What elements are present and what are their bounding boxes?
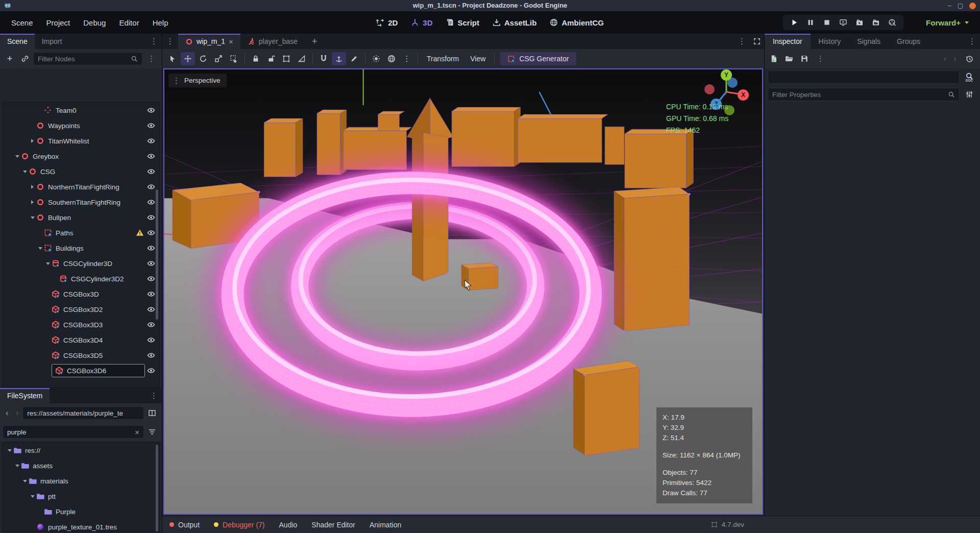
close-button[interactable] <box>969 3 976 9</box>
filter-properties-input[interactable]: Filter Properties <box>768 88 960 101</box>
visibility-eye-icon[interactable] <box>147 259 155 268</box>
preview-environment-button[interactable] <box>384 52 399 65</box>
pause-button[interactable] <box>803 16 818 29</box>
tab-history[interactable]: History <box>811 34 849 49</box>
scene-tabs-menu-icon[interactable]: ⋮ <box>162 37 178 46</box>
history-forward-button[interactable]: › <box>950 54 960 64</box>
perspective-button[interactable]: ⋮ Perspective <box>168 74 227 87</box>
save-resource-button[interactable] <box>797 52 812 65</box>
filter-nodes-input[interactable]: Filter Nodes <box>33 52 142 65</box>
rename-field[interactable]: CSGBox3D6 <box>52 364 145 377</box>
csg-generator-tab[interactable]: CSG Generator <box>500 52 576 65</box>
tab-filesystem[interactable]: FileSystem <box>0 388 50 403</box>
tree-node-csg[interactable]: CSG <box>3 164 159 179</box>
tree-node-csgbox3d3[interactable]: CSGBox3D3 <box>3 317 159 332</box>
scene-tree-menu-icon[interactable]: ⋮ <box>143 54 159 63</box>
scene-tab-player-base[interactable]: player_base <box>240 34 305 49</box>
play-button[interactable] <box>787 16 801 29</box>
inspector-menu-icon[interactable]: ⋮ <box>964 37 980 46</box>
local-space-button[interactable] <box>332 52 346 65</box>
preview-sun-button[interactable] <box>369 52 383 65</box>
visibility-eye-icon[interactable] <box>147 275 155 283</box>
visibility-eye-icon[interactable] <box>147 351 155 359</box>
load-resource-button[interactable] <box>782 52 796 65</box>
tree-node-buildings[interactable]: Buildings <box>3 240 159 256</box>
play-custom-scene-button[interactable] <box>869 16 883 29</box>
stop-button[interactable] <box>820 16 834 29</box>
chevron-down-icon[interactable] <box>38 247 42 250</box>
tree-node-csgcylinder3d[interactable]: CSGCylinder3D <box>3 256 159 271</box>
new-scene-tab-button[interactable]: + <box>305 34 325 49</box>
move-tool-button[interactable] <box>181 52 195 65</box>
visibility-eye-icon[interactable] <box>147 106 155 114</box>
paint-tool-button[interactable] <box>347 52 361 65</box>
chevron-right-icon[interactable] <box>31 139 34 143</box>
resource-menu-icon[interactable]: ⋮ <box>813 54 828 63</box>
tree-node-csgbox3d2[interactable]: CSGBox3D2 <box>3 302 159 317</box>
workspace-ambientcg[interactable]: AmbientCG <box>550 18 604 27</box>
chevron-right-icon[interactable] <box>31 185 34 189</box>
tree-node-titanwhitelist[interactable]: TitanWhitelist <box>3 133 159 149</box>
chevron-right-icon[interactable] <box>31 200 34 204</box>
chevron-down-icon[interactable] <box>46 262 50 265</box>
bottom-tab-debugger-7[interactable]: Debugger (7) <box>207 516 272 533</box>
play-current-scene-button[interactable] <box>852 16 867 29</box>
tree-node-bullpen[interactable]: Bullpen <box>3 210 159 225</box>
snap-button[interactable] <box>316 52 331 65</box>
open-docs-button[interactable] <box>962 70 976 84</box>
view-menu[interactable]: View <box>465 53 491 65</box>
visibility-eye-icon[interactable] <box>147 244 155 252</box>
rotate-tool-button[interactable] <box>196 52 210 65</box>
ruler-button[interactable] <box>295 52 309 65</box>
scene-tree-scrollbar[interactable] <box>156 189 158 320</box>
tree-node-csgbox3d4[interactable]: CSGBox3D4 <box>3 332 159 348</box>
tree-node-greybox[interactable]: Greybox <box>3 149 159 164</box>
tree-node-team0[interactable]: Team0 <box>3 103 159 118</box>
select-tool-button[interactable] <box>165 52 180 65</box>
workspace-assetlib[interactable]: AssetLib <box>493 18 536 27</box>
chevron-down-icon[interactable] <box>15 465 19 467</box>
expand-viewport-icon[interactable] <box>750 35 764 48</box>
tab-signals[interactable]: Signals <box>849 34 889 49</box>
group-selected-button[interactable] <box>279 52 293 65</box>
bottom-tab-animation[interactable]: Animation <box>362 516 408 533</box>
tree-node-csgbox3d5[interactable]: CSGBox3D5 <box>3 348 159 363</box>
visibility-eye-icon[interactable] <box>147 305 155 313</box>
workspace-2d[interactable]: 2D <box>376 18 398 27</box>
filesystem-scrollbar[interactable] <box>156 445 158 532</box>
instantiate-scene-button[interactable] <box>18 52 32 65</box>
tree-node-southerntitanfightring[interactable]: SouthernTitanFightRing <box>3 195 159 210</box>
bottom-tab-shader-editor[interactable]: Shader Editor <box>304 516 362 533</box>
edit-history-button[interactable] <box>962 52 976 65</box>
grip-icon[interactable] <box>711 521 718 528</box>
sort-files-button[interactable] <box>145 425 159 439</box>
tree-node-paths[interactable]: Paths <box>3 225 159 240</box>
tree-node-csgcylinder3d2[interactable]: CSGCylinder3D2 <box>3 271 159 286</box>
history-back-button[interactable]: ‹ <box>941 54 950 64</box>
select-box-tool-button[interactable] <box>227 52 241 65</box>
path-field[interactable]: res://assets/materials/purple_te <box>22 406 144 420</box>
file-ptt[interactable]: ptt <box>3 489 159 504</box>
scene-dock-menu-icon[interactable]: ⋮ <box>146 37 162 46</box>
tab-import[interactable]: Import <box>35 34 69 49</box>
warning-icon[interactable] <box>136 229 144 237</box>
lock-selected-button[interactable] <box>249 52 263 65</box>
minimize-button[interactable]: – <box>948 2 951 9</box>
tree-node-waypoints[interactable]: Waypoints <box>3 118 159 133</box>
visibility-eye-icon[interactable] <box>147 198 155 206</box>
tree-node-csgbox3d6[interactable]: CSGBox3D6 <box>3 363 159 378</box>
renderer-selector[interactable]: Forward+ <box>926 11 969 34</box>
filesystem-search-input[interactable]: purple × <box>3 425 144 439</box>
file-purple-texture-01-tres[interactable]: purple_texture_01.tres <box>3 519 159 532</box>
add-node-button[interactable]: + <box>3 52 17 65</box>
workspace-3d[interactable]: 3D <box>411 18 432 27</box>
tab-scene[interactable]: Scene <box>0 34 35 49</box>
nav-forward-button[interactable]: › <box>13 408 22 418</box>
scale-tool-button[interactable] <box>211 52 226 65</box>
close-tab-icon[interactable]: × <box>229 37 233 46</box>
visibility-eye-icon[interactable] <box>147 137 155 145</box>
unlock-selected-button[interactable] <box>264 52 278 65</box>
file-materials[interactable]: materials <box>3 473 159 489</box>
chevron-down-icon[interactable] <box>31 216 35 219</box>
chevron-down-icon[interactable] <box>23 480 27 482</box>
